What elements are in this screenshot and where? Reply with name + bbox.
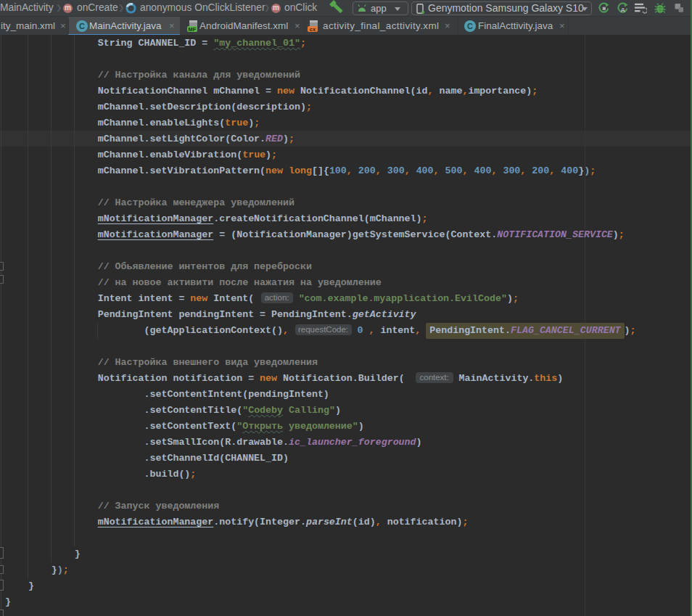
svg-text:A: A: [620, 6, 625, 14]
